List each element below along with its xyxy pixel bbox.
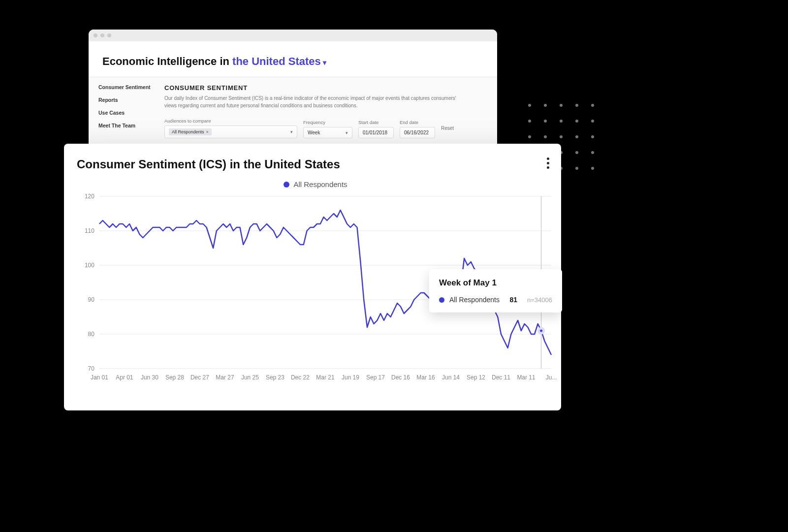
legend-label: All Respondents xyxy=(293,180,347,188)
svg-text:Mar 16: Mar 16 xyxy=(416,374,435,381)
sidebar-item-reports[interactable]: Reports xyxy=(98,97,153,103)
svg-text:Sep 12: Sep 12 xyxy=(467,374,485,381)
svg-text:110: 110 xyxy=(85,227,95,234)
main-column: CONSUMER SENTIMENT Our daily Index of Co… xyxy=(153,77,497,145)
svg-text:90: 90 xyxy=(88,296,95,303)
chip-remove-icon[interactable]: × xyxy=(206,129,209,134)
tooltip-n: n=34006 xyxy=(527,296,552,304)
chart-legend: All Respondents xyxy=(75,180,556,188)
svg-text:Dec 27: Dec 27 xyxy=(190,374,209,381)
tooltip-series: All Respondents xyxy=(449,296,504,304)
sidebar-item-consumer-sentiment[interactable]: Consumer Sentiment xyxy=(98,84,153,90)
svg-text:Jun 25: Jun 25 xyxy=(241,374,259,381)
chart-card: Consumer Sentiment (ICS) in the United S… xyxy=(64,144,561,410)
svg-text:70: 70 xyxy=(88,365,95,372)
svg-text:Jun 30: Jun 30 xyxy=(141,374,158,381)
end-date-label: End date xyxy=(400,120,435,125)
audiences-dropdown[interactable]: All Respondents × ▾ xyxy=(164,125,297,138)
chevron-down-icon[interactable]: ▾ xyxy=(323,59,326,66)
svg-text:Jan 01: Jan 01 xyxy=(91,374,108,381)
svg-text:Jun 14: Jun 14 xyxy=(442,374,460,381)
svg-text:Apr 01: Apr 01 xyxy=(116,374,133,381)
frequency-value: Week xyxy=(308,130,320,135)
end-date-input[interactable]: 06/16/2022 xyxy=(400,127,435,138)
plot-area[interactable]: 708090100110120 Jan 01Apr 01Jun 30Sep 28… xyxy=(75,191,556,388)
section-description: Our daily Index of Consumer Sentiment (I… xyxy=(164,94,470,109)
legend-swatch xyxy=(284,182,289,188)
svg-point-32 xyxy=(539,328,544,333)
audiences-label: Audiences to compare xyxy=(164,118,297,124)
sidebar-item-use-cases[interactable]: Use Cases xyxy=(98,110,153,116)
svg-text:Mar 11: Mar 11 xyxy=(517,374,536,381)
sidebar: Consumer Sentiment Reports Use Cases Mee… xyxy=(89,77,153,145)
chevron-down-icon: ▾ xyxy=(290,129,293,134)
chevron-down-icon: ▾ xyxy=(346,130,348,135)
svg-text:100: 100 xyxy=(85,262,95,269)
start-date-input[interactable]: 01/01/2018 xyxy=(358,127,394,138)
svg-text:Ju...: Ju... xyxy=(546,374,556,381)
svg-text:80: 80 xyxy=(88,331,95,338)
title-prefix: Economic Intelligence in xyxy=(102,55,232,67)
sidebar-item-meet-the-team[interactable]: Meet The Team xyxy=(98,123,153,128)
page-header: Economic Intelligence in the United Stat… xyxy=(89,41,497,77)
page-title: Economic Intelligence in the United Stat… xyxy=(102,55,483,68)
svg-text:Sep 23: Sep 23 xyxy=(266,374,284,381)
tooltip-title: Week of May 1 xyxy=(439,278,552,288)
svg-text:Dec 22: Dec 22 xyxy=(291,374,310,381)
start-date-label: Start date xyxy=(358,120,394,125)
svg-text:Dec 11: Dec 11 xyxy=(492,374,510,381)
window-chrome xyxy=(89,30,497,41)
audience-chip[interactable]: All Respondents × xyxy=(169,128,212,135)
chart-title: Consumer Sentiment (ICS) in the United S… xyxy=(75,157,556,171)
svg-text:Sep 28: Sep 28 xyxy=(165,374,184,381)
reset-button[interactable]: Reset xyxy=(441,125,454,131)
svg-text:Jun 19: Jun 19 xyxy=(342,374,359,381)
more-menu-icon[interactable] xyxy=(547,157,549,169)
frequency-dropdown[interactable]: Week ▾ xyxy=(303,127,352,138)
section-title: CONSUMER SENTIMENT xyxy=(164,84,485,92)
audience-chip-text: All Respondents xyxy=(172,129,204,134)
svg-text:120: 120 xyxy=(85,193,95,200)
svg-text:Mar 27: Mar 27 xyxy=(216,374,234,381)
region-dropdown[interactable]: the United States xyxy=(232,55,321,67)
filter-row: Audiences to compare All Respondents × ▾… xyxy=(164,118,485,138)
tooltip-swatch xyxy=(439,297,444,303)
tooltip-value: 81 xyxy=(509,296,517,304)
frequency-label: Frequency xyxy=(303,120,352,125)
svg-text:Mar 21: Mar 21 xyxy=(316,374,335,381)
chart-tooltip: Week of May 1 All Respondents 81 n=34006 xyxy=(429,269,562,313)
svg-text:Sep 17: Sep 17 xyxy=(366,374,385,381)
svg-text:Dec 16: Dec 16 xyxy=(391,374,410,381)
